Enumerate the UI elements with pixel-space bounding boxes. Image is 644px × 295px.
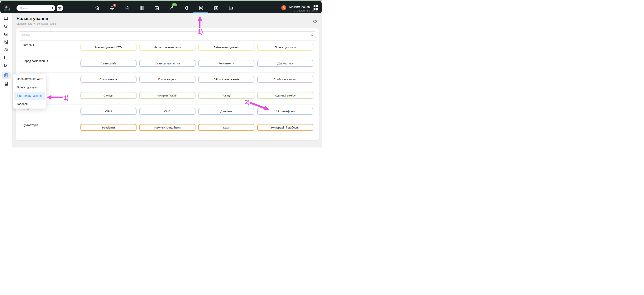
- sidebar-item-dashboard[interactable]: [4, 23, 9, 28]
- annotation-step1-nav-label: 1): [198, 28, 203, 35]
- sliders-icon: [198, 5, 204, 10]
- section-category: Загальні: [22, 43, 34, 46]
- search-divider: [309, 32, 309, 38]
- user-avatar[interactable]: [281, 5, 286, 10]
- menu-item-rights-access[interactable]: Права і доступи: [13, 83, 46, 92]
- annotation-arrow-diagonal: [249, 101, 271, 112]
- section-accounting: Бухгалтерія Реквізити Рахунки і Аналітик…: [19, 121, 316, 134]
- settings-button[interactable]: Веб-налаштування: [198, 44, 254, 51]
- sidebar-item-clients[interactable]: [4, 47, 9, 52]
- settings-button[interactable]: Групи націнок: [140, 76, 196, 83]
- apps-grid-button[interactable]: [314, 5, 318, 10]
- section-category: Наряд-замовлення: [22, 59, 48, 62]
- nav-settings-gear[interactable]: [184, 5, 189, 10]
- panel-search[interactable]: [19, 31, 316, 38]
- logo-sign: CB: [7, 8, 10, 11]
- home-icon: [95, 5, 100, 10]
- settings-button[interactable]: Нумерація і шаблони: [257, 124, 313, 131]
- sidebar-item-analytics[interactable]: [4, 55, 9, 60]
- document-add-icon: [124, 5, 130, 10]
- tasks-badge: 44: [172, 3, 177, 6]
- settings-button[interactable]: Реквізити: [80, 124, 136, 131]
- panel-search-input[interactable]: [22, 32, 307, 38]
- page-subtitle: Швидкий доступ до налаштувань: [16, 22, 56, 25]
- sidebar-item-inbox[interactable]: [4, 31, 9, 36]
- inbox-tray-icon: [4, 31, 9, 36]
- sidebar-item-laptop[interactable]: [4, 16, 9, 21]
- sidebar-item-settings[interactable]: [4, 73, 9, 78]
- help-icon[interactable]: ?: [313, 19, 317, 23]
- settings-button[interactable]: Статуси запчастин: [140, 60, 196, 67]
- settings-button[interactable]: СМС: [140, 108, 196, 115]
- sidebar-item-schedule[interactable]: [4, 63, 9, 68]
- settings-panel: Загальні Налаштування СТО Налаштування т…: [16, 28, 319, 140]
- annotation-step2-label: 2): [244, 99, 250, 106]
- settings-button[interactable]: Діагностики: [257, 60, 313, 67]
- nav-new-document[interactable]: [124, 5, 130, 10]
- section-work-orders: Наряд-замовлення Статуси н/з Статуси зап…: [19, 57, 316, 70]
- search-icon: [50, 6, 54, 10]
- sidebar-item-warehouse[interactable]: [4, 81, 9, 86]
- settings-button[interactable]: Склади: [80, 92, 136, 99]
- board-person-icon: [4, 63, 9, 68]
- grid-icon: [314, 5, 318, 10]
- settings-button[interactable]: Налаштування теми: [140, 44, 196, 51]
- settings-button[interactable]: Комірки (WMS): [140, 92, 196, 99]
- settings-button[interactable]: Групи товарів: [80, 76, 136, 83]
- annotation-arrow-up: [197, 16, 203, 28]
- settings-button[interactable]: Права і доступи: [257, 44, 313, 51]
- settings-button[interactable]: Джерела: [198, 108, 254, 115]
- app-logo[interactable]: CB: [4, 5, 10, 11]
- settings-dropdown-menu: Налаштування СТО Права і доступи Інші на…: [13, 74, 46, 109]
- menu-item-sto-settings[interactable]: Налаштування СТО: [13, 75, 46, 83]
- checklist-icon: [154, 5, 159, 10]
- user-name[interactable]: Максим Іванов: [289, 5, 310, 9]
- logo-avatar-glasses: [6, 7, 8, 7]
- document-person-icon: [4, 39, 9, 44]
- topbar-search-input[interactable]: [20, 5, 49, 11]
- section-crm: CRM CRM СМС Джерела API телефонія: [19, 104, 316, 118]
- settings-button[interactable]: Регламенти: [198, 60, 254, 67]
- nav-barcode[interactable]: [139, 5, 144, 10]
- window-top-strip: [0, 0, 322, 1]
- topbar-search[interactable]: [16, 5, 55, 11]
- laptop-icon: [4, 16, 9, 21]
- nav-home[interactable]: [95, 5, 100, 10]
- users-icon: [4, 47, 9, 52]
- settings-button[interactable]: Статуси н/з: [80, 60, 136, 67]
- section-category: Бухгалтерія: [22, 123, 38, 127]
- line-chart-icon: [4, 55, 9, 60]
- page-title: Налаштування: [16, 16, 48, 21]
- annotation-arrow-left: [47, 95, 63, 100]
- settings-button[interactable]: Каси: [198, 124, 254, 131]
- user-organization: СТО Клекотина (9444): [294, 9, 318, 12]
- section-goods: Групи товарів Групи націнок API постачал…: [19, 72, 316, 86]
- section-general: Загальні Налаштування СТО Налаштування т…: [19, 40, 316, 54]
- menu-item-gallery[interactable]: Галерея: [13, 100, 46, 108]
- barcode-icon: [139, 5, 144, 10]
- gear-icon: [184, 5, 189, 10]
- settings-button[interactable]: Прайси постачал.: [257, 76, 313, 83]
- settings-button[interactable]: Рахунки і Аналітики: [140, 124, 196, 131]
- annotation-step1-menu-label: 1): [64, 94, 68, 101]
- settings-button[interactable]: Налаштування СТО: [80, 44, 136, 51]
- settings-button[interactable]: CRM: [80, 108, 136, 115]
- settings-button[interactable]: Локації: [198, 92, 254, 99]
- nav-reports[interactable]: [228, 5, 234, 10]
- person-icon: [282, 6, 286, 9]
- contacts-board-icon: [214, 5, 219, 10]
- search-icon[interactable]: [311, 33, 314, 36]
- menu-item-other-settings[interactable]: Інші налаштування: [14, 92, 45, 100]
- nav-checklist[interactable]: [154, 5, 159, 10]
- settings-button[interactable]: Одиниці виміру: [257, 92, 313, 99]
- bank-icon: [58, 6, 62, 10]
- notifications-badge: 2: [113, 4, 116, 7]
- sidebar-item-contracts[interactable]: [4, 39, 9, 44]
- topbar: CB: [0, 1, 322, 13]
- nav-settings-sliders[interactable]: [198, 5, 204, 10]
- gauge-icon: [4, 23, 9, 28]
- bank-button[interactable]: [57, 5, 63, 11]
- nav-contacts[interactable]: [214, 5, 219, 10]
- sliders-icon: [4, 73, 9, 78]
- settings-button[interactable]: API постачальників: [198, 76, 254, 83]
